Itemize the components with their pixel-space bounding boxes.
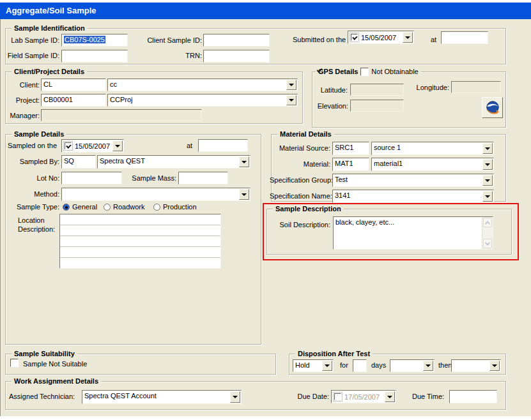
client-label: Client: xyxy=(12,81,40,89)
sampled-time-input[interactable] xyxy=(198,139,248,152)
material-combo[interactable]: material1 xyxy=(371,158,494,171)
dropdown-arrow-icon[interactable] xyxy=(322,361,332,371)
disposition-then-combo[interactable] xyxy=(451,359,501,372)
scrollbar[interactable] xyxy=(482,217,493,249)
spec-group-label: Specification Group: xyxy=(270,176,330,184)
material-source-code-input[interactable]: SRC1 xyxy=(332,142,369,155)
due-time-input[interactable] xyxy=(449,390,497,403)
material-code-value: MAT1 xyxy=(335,160,353,167)
due-date-value: 17/05/2007 xyxy=(344,393,380,401)
lot-no-label: Lot No: xyxy=(5,174,59,183)
submitted-date-checkbox[interactable] xyxy=(351,34,358,41)
soil-description-textarea[interactable]: black, clayey, etc... xyxy=(333,216,493,250)
disposition-action-combo[interactable]: Hold xyxy=(293,359,334,372)
disposition-for-label: for xyxy=(340,361,348,370)
sampled-date-checkbox[interactable] xyxy=(65,142,72,149)
location-description-textarea[interactable] xyxy=(59,214,221,269)
disposition-days-label: days xyxy=(371,361,386,370)
sample-mass-label: Sample Mass: xyxy=(125,174,176,183)
submitted-on-label: Submitted on the xyxy=(293,36,346,44)
project-name-value: CCProj xyxy=(110,96,132,103)
spec-name-combo[interactable]: 3141 xyxy=(332,190,494,203)
disposition-then-label: then xyxy=(438,361,452,370)
project-code-input[interactable]: CB00001 xyxy=(41,94,106,107)
material-code-input[interactable]: MAT1 xyxy=(332,158,369,171)
client-name-value: cc xyxy=(110,80,117,88)
dropdown-arrow-icon[interactable] xyxy=(482,159,493,170)
longitude-label: Longitude: xyxy=(412,84,449,92)
spec-group-combo[interactable]: Test xyxy=(332,174,494,187)
material-source-label: Material Source: xyxy=(276,144,330,153)
dropdown-arrow-icon[interactable] xyxy=(482,175,493,186)
submitted-date-picker[interactable]: 15/05/2007 xyxy=(348,31,414,44)
dropdown-arrow-icon[interactable] xyxy=(230,391,240,403)
sampled-date-picker[interactable]: 15/05/2007 xyxy=(61,139,124,153)
assigned-technician-label: Assigned Technician: xyxy=(9,393,75,401)
gps-capture-button[interactable] xyxy=(482,97,503,118)
scroll-up-icon[interactable] xyxy=(483,218,492,227)
dropdown-arrow-icon[interactable] xyxy=(482,143,493,154)
due-date-label: Due Date: xyxy=(295,393,329,401)
dropdown-arrow-icon[interactable] xyxy=(112,140,123,151)
dropdown-arrow-icon[interactable] xyxy=(286,95,296,105)
spec-name-value: 3141 xyxy=(335,191,350,199)
sample-type-roadwork-label: Roadwork xyxy=(113,203,145,211)
assigned-technician-combo[interactable]: Spectra QEST Account xyxy=(82,390,242,404)
sample-details-title: Sample Details xyxy=(12,130,66,139)
method-combo[interactable] xyxy=(61,188,250,201)
dropdown-arrow-icon[interactable] xyxy=(239,156,249,167)
globe-icon xyxy=(485,100,500,116)
elevation-input xyxy=(350,100,404,112)
material-label: Material: xyxy=(276,160,330,169)
client-name-combo[interactable]: cc xyxy=(107,79,298,91)
gps-not-obtainable-checkbox[interactable] xyxy=(360,68,369,76)
due-date-picker[interactable]: 17/05/2007 xyxy=(331,390,396,403)
material-source-code-value: SRC1 xyxy=(335,144,353,151)
dropdown-arrow-icon[interactable] xyxy=(403,32,413,43)
dropdown-arrow-icon[interactable] xyxy=(239,189,249,200)
dropdown-arrow-icon[interactable] xyxy=(385,391,395,402)
sampled-by-code-input[interactable]: SQ xyxy=(61,155,96,169)
lot-no-input[interactable] xyxy=(61,172,122,184)
sample-type-general-label: General xyxy=(72,203,97,211)
field-sample-id-input[interactable] xyxy=(61,50,128,63)
window-title: Aggregate/Soil Sample xyxy=(6,6,96,15)
sample-type-production-radio[interactable] xyxy=(153,204,160,211)
client-sample-id-input[interactable] xyxy=(203,34,270,47)
soil-description-label: Soil Description: xyxy=(273,221,330,229)
manager-label: Manager: xyxy=(5,112,40,120)
window-titlebar[interactable]: Aggregate/Soil Sample xyxy=(0,3,531,19)
due-date-checkbox[interactable] xyxy=(334,393,341,400)
sample-not-suitable-checkbox[interactable] xyxy=(10,359,19,367)
lab-sample-id-input[interactable]: CB07S-0025 xyxy=(61,34,128,47)
material-source-combo[interactable]: source 1 xyxy=(371,142,494,155)
submitted-time-input[interactable] xyxy=(441,31,488,44)
sample-mass-input[interactable] xyxy=(178,172,228,184)
trn-input[interactable] xyxy=(203,50,270,63)
client-project-title: Client/Project Details xyxy=(12,67,87,76)
disposition-title: Disposition After Test xyxy=(295,349,373,358)
sampled-on-label: Sampled on the xyxy=(8,142,57,150)
dropdown-arrow-icon[interactable] xyxy=(482,191,493,202)
sample-suitability-title: Sample Suitability xyxy=(12,349,77,358)
dropdown-arrow-icon[interactable] xyxy=(423,361,433,371)
dropdown-arrow-icon[interactable] xyxy=(489,361,500,371)
material-details-title: Material Details xyxy=(277,130,334,139)
sample-identification-title: Sample Identification xyxy=(12,24,88,33)
sample-type-general-radio[interactable] xyxy=(63,204,70,211)
lab-sample-id-label: Lab Sample ID: xyxy=(5,36,59,45)
scroll-down-icon[interactable] xyxy=(483,239,492,248)
sampled-at-label: at xyxy=(187,142,192,150)
client-code-input[interactable]: CL xyxy=(41,79,106,91)
sampled-by-name-combo[interactable]: Spectra QEST xyxy=(97,155,250,169)
dropdown-arrow-icon[interactable] xyxy=(286,80,296,90)
sample-type-roadwork-radio[interactable] xyxy=(104,204,111,211)
lab-sample-id-value: CB07S-0025 xyxy=(64,36,105,43)
project-name-combo[interactable]: CCProj xyxy=(107,94,298,107)
project-code-value: CB00001 xyxy=(43,96,73,103)
manager-input xyxy=(41,109,202,121)
disposition-period-combo[interactable] xyxy=(390,359,435,372)
disposition-days-input[interactable] xyxy=(353,359,367,372)
field-sample-id-label: Field Sample ID: xyxy=(5,52,59,60)
gps-details-group xyxy=(312,71,506,128)
